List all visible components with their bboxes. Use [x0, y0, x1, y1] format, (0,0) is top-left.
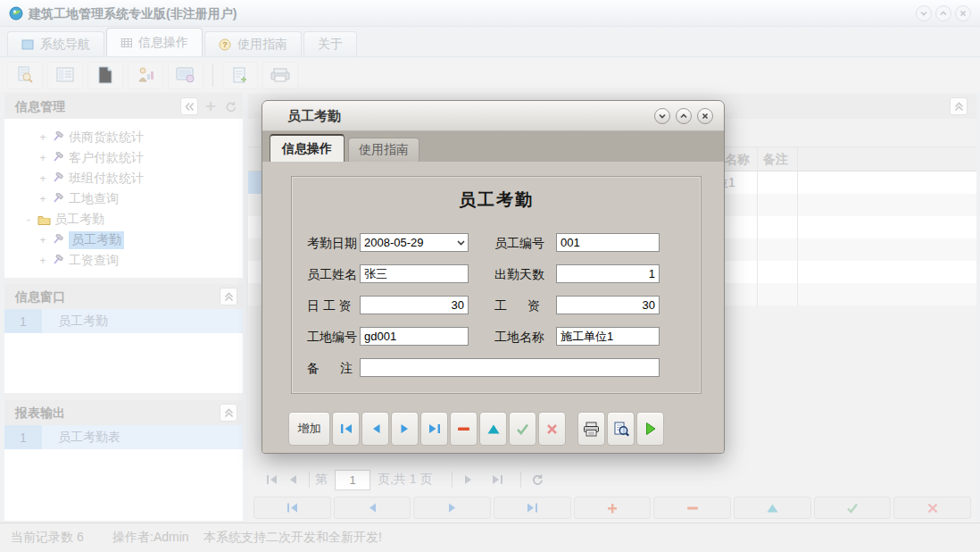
minimize-icon[interactable] — [654, 108, 670, 124]
last-record-icon[interactable] — [420, 412, 448, 446]
tab-system-nav[interactable]: 系统导航 — [7, 31, 104, 56]
first-record-icon[interactable] — [332, 412, 360, 446]
dialog-tab-bar: 信息操作 使用指南 — [262, 131, 724, 162]
report-output-list: 1 员工考勤表 — [4, 425, 243, 521]
attend-days-label: 出勤天数 — [494, 267, 544, 283]
tree-expander[interactable]: + — [37, 255, 49, 267]
site-no-field[interactable] — [360, 327, 469, 346]
form-view-icon[interactable] — [47, 62, 83, 89]
close-icon[interactable] — [697, 108, 713, 124]
operator-text: 操作者:Admin — [112, 530, 189, 546]
attend-days-field[interactable] — [556, 264, 660, 283]
last-record-icon[interactable] — [494, 497, 571, 519]
tree-expander[interactable]: + — [37, 152, 49, 164]
first-record-icon[interactable] — [253, 497, 331, 519]
blue-square-icon — [21, 39, 34, 50]
edit-icon[interactable] — [734, 497, 811, 519]
tree-folder-attendance[interactable]: - 员工考勤 — [4, 209, 243, 230]
form-title: 员工考勤 — [291, 188, 702, 212]
info-window-list: 1 员工考勤 — [4, 309, 243, 393]
tree-expander[interactable]: + — [37, 131, 49, 144]
cancel-icon[interactable] — [538, 412, 566, 446]
post-icon[interactable] — [509, 412, 536, 446]
report-output-header: 报表输出 — [4, 400, 243, 425]
page-number-input[interactable] — [335, 470, 370, 490]
folder-icon — [37, 214, 52, 225]
person-report-icon[interactable] — [128, 62, 163, 89]
tab-user-guide[interactable]: ? 使用指南 — [204, 31, 302, 56]
cancel-icon[interactable] — [893, 497, 971, 519]
dialog-tab-info-operation[interactable]: 信息操作 — [270, 134, 345, 162]
refresh-icon[interactable] — [527, 473, 548, 486]
sidebar: 信息管理 + + 供商货款统计 + 客户付款统计 + 班组付款统计 — [4, 92, 243, 523]
wage-label: 工 资 — [494, 298, 540, 314]
search-document-icon[interactable] — [7, 62, 43, 89]
print-preview-icon[interactable] — [607, 412, 635, 446]
wage-field[interactable] — [556, 296, 660, 314]
site-no-label: 工地编号 — [307, 330, 357, 346]
tree-item-wage-query[interactable]: + 工资查询 — [4, 250, 243, 271]
tree-item-supplier-stats[interactable]: + 供商货款统计 — [4, 127, 243, 147]
tab-info-operation[interactable]: 信息操作 — [106, 28, 203, 56]
tree-expander[interactable]: - — [22, 213, 35, 226]
tree-expander[interactable]: + — [37, 172, 49, 185]
add-document-icon[interactable] — [222, 62, 258, 89]
last-page-icon[interactable] — [486, 474, 508, 485]
tree-item-team-payment[interactable]: + 班组付款统计 — [4, 168, 243, 188]
site-name-field[interactable] — [556, 327, 660, 346]
tree-item-attendance[interactable]: + 员工考勤 — [4, 230, 243, 250]
prev-page-icon[interactable] — [282, 474, 303, 485]
print-setup-icon[interactable] — [262, 62, 298, 89]
dialog-tab-user-guide[interactable]: 使用指南 — [348, 138, 419, 162]
prior-record-icon[interactable] — [361, 412, 389, 446]
collapse-up-icon[interactable] — [950, 97, 968, 115]
add-button[interactable]: 增加 — [288, 412, 330, 446]
day-wage-field[interactable] — [360, 296, 469, 314]
collapse-left-icon[interactable] — [180, 97, 198, 115]
edit-icon[interactable] — [479, 412, 507, 446]
grid-icon — [120, 38, 132, 48]
list-item[interactable]: 1 员工考勤表 — [4, 425, 243, 449]
plus-icon[interactable]: + — [203, 97, 218, 115]
window-controls — [916, 5, 971, 21]
refresh-icon[interactable] — [223, 97, 237, 115]
play-icon[interactable] — [636, 412, 664, 446]
monitor-icon[interactable] — [168, 62, 203, 89]
page-suffix: 页,共 1 页 — [378, 472, 432, 488]
list-item[interactable]: 1 员工考勤 — [4, 309, 243, 333]
first-page-icon[interactable] — [261, 474, 282, 485]
next-page-icon[interactable] — [458, 474, 479, 485]
new-document-icon[interactable] — [87, 62, 123, 89]
tree-expander[interactable]: + — [37, 234, 49, 247]
emp-name-field[interactable] — [360, 264, 469, 283]
emp-name-label: 员工姓名 — [307, 267, 357, 283]
attendance-dialog: 员工考勤 信息操作 使用指南 员工考勤 考勤日期 2008-05-29 员工编号 — [262, 100, 725, 454]
insert-icon[interactable] — [574, 497, 652, 519]
restore-icon[interactable] — [676, 108, 692, 124]
toolbar-divider — [212, 63, 213, 87]
collapse-up-icon[interactable] — [220, 404, 237, 422]
printer-icon[interactable] — [577, 412, 605, 446]
info-manage-header: 信息管理 + — [4, 94, 243, 119]
remark-field[interactable] — [360, 358, 660, 377]
main-tab-bar: 系统导航 信息操作 ? 使用指南 关于 — [0, 27, 980, 57]
tree-expander[interactable]: + — [37, 193, 49, 205]
tree-item-customer-payment[interactable]: + 客户付款统计 — [4, 147, 243, 168]
dialog-titlebar: 员工考勤 — [262, 101, 724, 131]
restore-icon[interactable] — [935, 5, 951, 21]
close-icon[interactable] — [955, 5, 971, 21]
next-record-icon[interactable] — [391, 412, 419, 446]
delete-icon[interactable] — [653, 497, 731, 519]
minimize-icon[interactable] — [916, 5, 932, 21]
attend-date-select[interactable]: 2008-05-29 — [360, 233, 469, 252]
tree-item-site-query[interactable]: + 工地查询 — [4, 188, 243, 209]
tab-about[interactable]: 关于 — [303, 31, 357, 56]
next-record-icon[interactable] — [413, 497, 491, 519]
column-header-remark[interactable]: 备注 — [763, 152, 788, 168]
delete-icon[interactable] — [450, 412, 478, 446]
post-icon[interactable] — [814, 497, 892, 519]
emp-no-field[interactable] — [556, 233, 660, 252]
prior-record-icon[interactable] — [334, 497, 411, 519]
collapse-up-icon[interactable] — [220, 288, 237, 305]
report-tool-icon — [52, 234, 66, 246]
